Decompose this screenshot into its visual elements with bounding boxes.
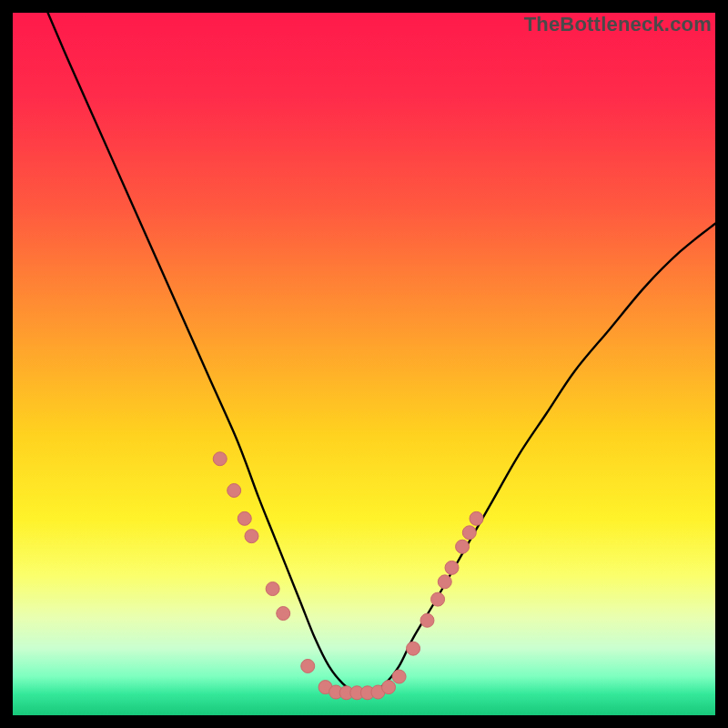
curve-marker bbox=[301, 659, 315, 672]
curve-marker bbox=[438, 575, 451, 589]
curve-marker bbox=[462, 526, 476, 540]
curve-marker bbox=[407, 642, 420, 655]
curve-marker bbox=[228, 483, 241, 497]
curve-marker bbox=[420, 613, 434, 627]
curve-marker bbox=[238, 511, 251, 525]
curve-marker bbox=[445, 561, 459, 574]
gradient-background bbox=[13, 13, 715, 715]
plot-frame bbox=[13, 13, 715, 715]
curve-marker bbox=[456, 540, 470, 553]
curve-marker bbox=[431, 592, 445, 606]
curve-marker bbox=[392, 670, 406, 683]
curve-marker bbox=[266, 582, 279, 596]
curve-marker bbox=[470, 511, 483, 525]
curve-marker bbox=[277, 607, 290, 621]
curve-marker bbox=[382, 681, 396, 694]
curve-marker bbox=[245, 530, 258, 543]
curve-marker bbox=[213, 452, 227, 466]
watermark-text: TheBottleneck.com bbox=[524, 13, 712, 36]
bottleneck-chart bbox=[13, 13, 715, 715]
